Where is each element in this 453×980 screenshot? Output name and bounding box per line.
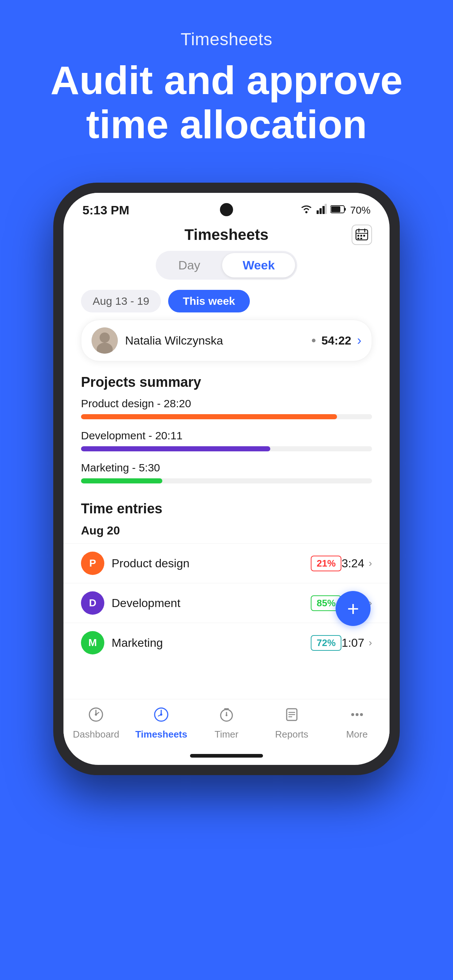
date-row: Aug 13 - 19 This week xyxy=(64,287,389,320)
entry-name-2: Development xyxy=(112,597,306,610)
svg-point-31 xyxy=(351,713,354,716)
user-dot-separator xyxy=(312,339,316,342)
user-avatar xyxy=(91,328,118,354)
hero-subtitle: Timesheets xyxy=(180,29,272,49)
project-bar-fill-2 xyxy=(81,446,270,451)
timesheets-icon xyxy=(153,706,169,726)
nav-label-timesheets: Timesheets xyxy=(135,729,187,740)
svg-rect-6 xyxy=(344,208,346,211)
user-card[interactable]: Natalia Wilczynska 54:22 › xyxy=(81,320,372,361)
entry-badge-3: 72% xyxy=(311,635,341,651)
project-label-2: Development - 20:11 xyxy=(81,430,372,442)
status-time: 5:13 PM xyxy=(83,203,129,217)
entry-badge-1: 21% xyxy=(311,555,341,571)
time-entries-section: Time entries Aug 20 P Product design 21%… xyxy=(64,494,389,662)
project-bar-bg-2 xyxy=(81,446,372,451)
hero-section: Timesheets Audit and approve time alloca… xyxy=(0,0,453,168)
user-card-chevron: › xyxy=(357,333,362,348)
svg-rect-1 xyxy=(317,210,319,214)
svg-point-32 xyxy=(356,713,359,716)
bottom-nav: Dashboard Timesheets xyxy=(64,699,389,750)
project-label-1: Product design - 28:20 xyxy=(81,398,372,410)
project-bar-fill-3 xyxy=(81,478,162,484)
entry-time-1: 3:24 xyxy=(341,557,364,570)
svg-rect-13 xyxy=(360,235,362,237)
project-bar-fill-1 xyxy=(81,414,337,419)
user-name: Natalia Wilczynska xyxy=(125,334,306,347)
battery-icon xyxy=(330,205,346,216)
camera-notch xyxy=(220,203,233,216)
calendar-icon-button[interactable] xyxy=(352,224,372,245)
app-title: Timesheets xyxy=(185,226,268,243)
svg-rect-12 xyxy=(357,235,359,237)
nav-label-reports: Reports xyxy=(275,729,308,740)
status-icons: 70% xyxy=(300,204,370,216)
svg-rect-15 xyxy=(357,238,359,239)
entry-row-1[interactable]: P Product design 21% 3:24 › xyxy=(64,543,389,583)
svg-rect-7 xyxy=(331,206,340,212)
svg-rect-3 xyxy=(322,206,325,214)
svg-rect-16 xyxy=(360,238,362,239)
nav-label-timer: Timer xyxy=(214,729,238,740)
time-entries-date: Aug 20 xyxy=(64,524,389,543)
signal-icon xyxy=(317,204,327,216)
project-label-3: Marketing - 5:30 xyxy=(81,461,372,474)
entry-chevron-3: › xyxy=(369,637,372,649)
svg-point-18 xyxy=(100,332,110,343)
entry-icon-3: M xyxy=(81,631,104,654)
svg-rect-14 xyxy=(363,235,365,237)
timer-icon xyxy=(219,706,234,726)
projects-summary-title: Projects summary xyxy=(64,372,389,398)
battery-percentage: 70% xyxy=(350,205,370,216)
this-week-button[interactable]: This week xyxy=(168,290,249,312)
reports-icon xyxy=(284,706,300,726)
entry-icon-1: P xyxy=(81,552,104,575)
dashboard-icon xyxy=(88,706,104,726)
fab-spacer: + xyxy=(64,662,389,684)
day-pill[interactable]: Day xyxy=(158,253,221,277)
app-header: Timesheets xyxy=(64,220,389,248)
entry-row-3[interactable]: M Marketing 72% 1:07 › xyxy=(64,623,389,662)
project-item-2: Development - 20:11 xyxy=(64,430,389,461)
nav-item-timer[interactable]: Timer xyxy=(194,706,259,740)
wifi-icon xyxy=(300,204,313,216)
nav-item-timesheets[interactable]: Timesheets xyxy=(129,706,194,740)
nav-item-more[interactable]: More xyxy=(324,706,389,740)
nav-label-more: More xyxy=(346,729,368,740)
date-range-label: Aug 13 - 19 xyxy=(81,290,161,312)
day-week-toggle: Day Week xyxy=(64,248,389,287)
nav-item-dashboard[interactable]: Dashboard xyxy=(64,706,129,740)
phone-frame: 5:13 PM xyxy=(53,183,400,775)
projects-summary-section: Projects summary Product design - 28:20 … xyxy=(64,372,389,494)
time-entries-title: Time entries xyxy=(64,498,389,524)
project-bar-bg-3 xyxy=(81,478,372,484)
project-item-1: Product design - 28:20 xyxy=(64,398,389,430)
svg-point-25 xyxy=(225,714,227,716)
more-icon xyxy=(349,706,365,726)
entry-name-1: Product design xyxy=(112,557,306,570)
svg-rect-2 xyxy=(319,208,322,214)
user-time: 54:22 xyxy=(321,334,351,347)
svg-point-0 xyxy=(305,211,308,213)
avatar-image xyxy=(91,328,118,354)
phone-screen: 5:13 PM xyxy=(64,193,389,765)
entry-name-3: Marketing xyxy=(112,636,306,650)
project-bar-bg-1 xyxy=(81,414,372,419)
add-entry-fab[interactable]: + xyxy=(335,591,370,626)
entry-chevron-1: › xyxy=(369,557,372,569)
project-item-3: Marketing - 5:30 xyxy=(64,461,389,494)
toggle-pills: Day Week xyxy=(156,251,298,280)
svg-rect-4 xyxy=(325,204,327,214)
home-indicator xyxy=(190,754,263,757)
nav-label-dashboard: Dashboard xyxy=(73,729,119,740)
entry-time-3: 1:07 xyxy=(341,636,364,650)
nav-item-reports[interactable]: Reports xyxy=(259,706,324,740)
week-pill[interactable]: Week xyxy=(222,253,295,277)
phone-wrapper: 5:13 PM xyxy=(53,183,400,775)
svg-point-33 xyxy=(360,713,363,716)
entry-icon-2: D xyxy=(81,591,104,615)
hero-title: Audit and approve time allocation xyxy=(0,58,453,146)
